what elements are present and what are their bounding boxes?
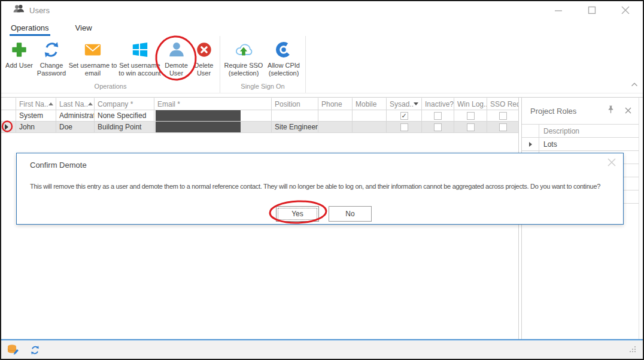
row-indicator-cell [1,110,16,122]
ribbon-group-single-sign-on: Require SSO (selection) Allow CPId (sele… [220,36,306,93]
set-username-to-email-button[interactable]: Set username to email [68,38,117,77]
add-user-icon [9,40,29,60]
pin-icon[interactable] [607,105,614,116]
set-username-to-email-label: Set username to email [68,62,117,77]
phone-cell [318,110,353,122]
confirm-demote-dialog: Confirm Demote This will remove this ent… [16,153,624,225]
inactive-cell [422,122,454,133]
mobile-cell [353,110,387,122]
column-header-sysadmin[interactable]: Sysad.. [387,98,422,110]
sysadmin-checkbox[interactable] [400,123,408,131]
edit-data-icon[interactable] [7,344,19,356]
demote-user-label: Demote User [162,62,190,77]
set-username-to-win-account-button[interactable]: Set username to win account [117,38,162,77]
collapse-ribbon-chevron-up-icon[interactable] [631,78,638,89]
inactive-checkbox[interactable] [434,123,442,131]
sso-required-cell [487,110,518,122]
row-indicator-cell [1,122,16,133]
current-row-arrow-icon [5,124,8,130]
status-bar [1,341,643,359]
sort-ascending-icon [88,102,93,105]
sort-ascending-icon [48,102,53,105]
sysadmin-cell: ✓ [387,110,422,122]
tab-operations[interactable]: Operations [10,21,50,36]
dialog-close-icon[interactable] [607,158,616,169]
panel-title: Project Roles [530,107,576,116]
sso-required-cell [487,122,518,133]
change-password-button[interactable]: Change Password [35,38,68,77]
dialog-message: This will remove this entry as a user an… [30,183,617,190]
column-header-mobile[interactable]: Mobile [353,98,387,110]
column-header-last-name[interactable]: Last Na.. [56,98,95,110]
sysadmin-cell [387,122,422,133]
demote-user-button[interactable]: Demote User [162,38,190,77]
inactive-checkbox[interactable] [434,112,442,120]
allow-cpid-button[interactable]: Allow CPId (selection) [265,38,303,77]
first-name-cell: System [16,110,56,122]
ribbon: Add User Change Password [1,36,643,93]
email-cell [154,110,272,122]
delete-user-button[interactable]: Delete User [190,38,217,77]
win-logon-checkbox[interactable] [467,112,475,120]
add-user-button[interactable]: Add User [4,38,35,69]
table-row-john-doe-selected[interactable]: John Doe Building Point Site Engineer [1,122,518,133]
filter-dropdown-icon[interactable] [414,102,418,105]
last-name-cell: Doe [56,122,95,133]
panel-header-row: Description [522,125,639,138]
users-window: Users Operations View Add U [0,0,644,360]
sso-required-checkbox[interactable] [499,112,507,120]
position-cell [272,110,318,122]
row-indicator-header [1,98,16,110]
refresh-icon[interactable] [30,345,40,355]
close-button[interactable] [619,4,632,17]
column-header-company[interactable]: Company * [95,98,154,110]
redacted-email-block [156,110,241,122]
column-header-sso-required[interactable]: SSO Requi.. [487,98,518,110]
ribbon-tabs: Operations View [1,19,643,36]
maximize-button[interactable] [585,4,599,17]
users-icon [13,4,25,16]
windows-icon [130,40,150,60]
email-icon [83,40,103,60]
demote-user-icon [166,40,187,60]
sso-required-checkbox[interactable] [499,123,507,131]
no-button[interactable]: No [329,206,372,222]
column-header-win-logon[interactable]: Win Log.. [454,98,487,110]
mobile-cell [353,122,387,133]
require-sso-button[interactable]: Require SSO (selection) [223,38,265,77]
column-header-phone[interactable]: Phone [318,98,353,110]
phone-cell [318,122,353,133]
list-item-lots[interactable]: Lots [522,138,639,151]
description-column-header[interactable]: Description [539,125,639,137]
company-cell: None Specified [95,110,154,122]
column-header-first-name[interactable]: First Na.. [16,98,56,110]
window-title: Users [29,6,50,15]
minimize-button[interactable] [552,4,565,17]
tab-view[interactable]: View [74,21,93,36]
win-logon-checkbox[interactable] [467,123,475,131]
set-username-to-win-account-label: Set username to win account [117,62,162,77]
delete-user-label: Delete User [190,62,217,77]
position-cell: Site Engineer [272,122,318,133]
change-password-label: Change Password [35,62,68,77]
column-header-inactive[interactable]: Inactive? [422,98,454,110]
email-cell [154,122,272,133]
title-bar: Users [1,1,643,19]
sysadmin-checkbox[interactable]: ✓ [400,112,408,120]
table-row-system[interactable]: System Administrator None Specified ✓ [1,110,518,122]
column-header-email[interactable]: Email * [154,98,272,110]
group-label-operations: Operations [4,81,217,93]
yes-button[interactable]: Yes [276,206,319,222]
grid-header-row: First Na.. Last Na.. Company * Email * P… [1,98,518,110]
column-header-position[interactable]: Position [272,98,318,110]
resize-grip[interactable] [630,346,637,353]
redacted-email-block [156,122,241,133]
company-cell: Building Point [95,122,154,133]
add-user-label: Add User [5,62,33,69]
ribbon-group-operations: Add User Change Password [1,36,220,93]
last-name-cell: Administrator [56,110,95,122]
first-name-cell: John [16,122,56,133]
inactive-cell [422,110,454,122]
panel-close-icon[interactable] [625,105,631,116]
cloud-upload-icon [233,40,254,60]
